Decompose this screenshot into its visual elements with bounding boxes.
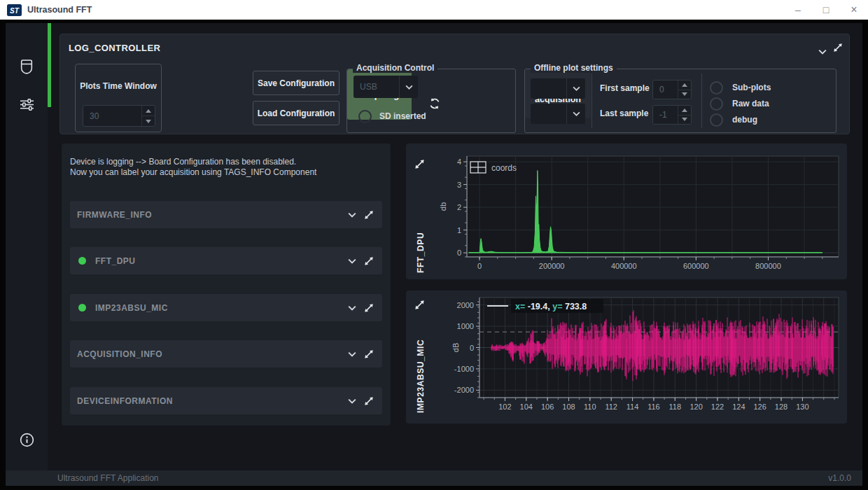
expand-icon[interactable] — [364, 210, 374, 220]
svg-text:126: 126 — [754, 402, 766, 411]
components-container: Device is logging --> Board Configuratio… — [62, 144, 391, 426]
component-row-firmware-info[interactable]: FIRMWARE_INFO — [70, 201, 382, 228]
chevron-down-icon — [566, 78, 585, 99]
svg-text:128: 128 — [775, 402, 788, 411]
save-configuration-button[interactable]: Save Configuration — [253, 71, 340, 95]
offline-plot-settings-group: Offline plot settings First sample 0 Las… — [524, 69, 836, 133]
expand-icon[interactable] — [833, 43, 843, 55]
svg-text:114: 114 — [626, 402, 639, 411]
svg-text:118: 118 — [668, 402, 681, 411]
interface-select[interactable]: USB — [354, 76, 418, 98]
plots-time-window-input[interactable]: 30 — [83, 105, 155, 127]
svg-text:102: 102 — [498, 402, 511, 411]
svg-text:0: 0 — [477, 262, 482, 270]
chevron-down-icon[interactable] — [348, 212, 356, 218]
svg-text:2000: 2000 — [457, 301, 474, 309]
offline-dropdown-1[interactable] — [531, 78, 585, 99]
svg-text:db: db — [439, 202, 447, 211]
sd-inserted-radio[interactable] — [358, 110, 372, 123]
app-version: v1.0.0 — [828, 473, 862, 483]
svg-text:ST: ST — [10, 6, 20, 14]
svg-text:104: 104 — [520, 402, 533, 411]
component-row-deviceinformation[interactable]: DEVICEINFORMATION — [70, 387, 382, 414]
spin-up-button[interactable] — [142, 106, 155, 116]
sd-inserted-label: SD inserted — [379, 111, 426, 121]
spin-up-button[interactable] — [678, 106, 691, 115]
chevron-down-icon — [399, 76, 418, 98]
last-sample-input[interactable]: -1 — [652, 105, 692, 125]
svg-text:116: 116 — [648, 402, 660, 411]
st-logo-icon: ST — [7, 4, 22, 16]
minimize-button[interactable]: – — [784, 0, 812, 20]
spin-down-button[interactable] — [678, 115, 691, 125]
svg-text:x= -19.4, y= 733.8: x= -19.4, y= 733.8 — [515, 302, 587, 312]
status-message-line2: Now you can label your acquisition using… — [70, 167, 316, 177]
chevron-down-icon — [566, 104, 585, 124]
last-sample-label: Last sample — [600, 108, 648, 118]
svg-text:3: 3 — [457, 181, 461, 189]
plots-time-window-group: Plots Time Window 30 — [75, 64, 162, 132]
refresh-icon[interactable] — [428, 97, 441, 113]
sub-plots-label: Sub-plots — [732, 83, 771, 92]
divider — [592, 74, 592, 128]
debug-radio[interactable] — [710, 113, 723, 127]
maximize-button[interactable]: □ — [812, 0, 840, 20]
last-sample-value: -1 — [653, 106, 678, 124]
sidebar-item-settings[interactable] — [6, 99, 48, 111]
expand-icon[interactable] — [364, 349, 374, 359]
chevron-down-icon[interactable] — [818, 45, 827, 57]
svg-text:dB: dB — [451, 343, 460, 352]
first-sample-value: 0 — [653, 80, 678, 99]
svg-text:112: 112 — [605, 402, 617, 411]
svg-text:110: 110 — [584, 402, 596, 411]
component-label: ACQUISITION_INFO — [77, 349, 162, 359]
svg-text:0: 0 — [470, 344, 474, 352]
spin-down-button[interactable] — [142, 116, 155, 126]
chevron-down-icon[interactable] — [348, 398, 356, 404]
info-icon — [20, 433, 34, 447]
spin-up-button[interactable] — [678, 80, 691, 90]
svg-text:0: 0 — [457, 248, 461, 257]
chevron-down-icon[interactable] — [348, 305, 356, 311]
first-sample-input[interactable]: 0 — [652, 80, 692, 99]
imp23absu-mic-plot[interactable]: 1021041061081101121141161181201221241261… — [410, 295, 843, 416]
close-button[interactable]: × — [840, 0, 868, 20]
expand-icon[interactable] — [364, 256, 374, 266]
load-configuration-button[interactable]: Load Configuration — [253, 101, 340, 125]
window-controls: – □ × — [784, 0, 868, 20]
acquisition-control-legend: Acquisition Control — [353, 63, 438, 73]
chevron-down-icon[interactable] — [348, 351, 356, 357]
sub-plots-radio[interactable] — [710, 81, 723, 94]
svg-text:4: 4 — [457, 158, 461, 166]
expand-icon[interactable] — [364, 396, 374, 406]
chevron-down-icon[interactable] — [348, 258, 356, 264]
debug-label: debug — [732, 115, 757, 125]
fft-dpu-plot[interactable]: 020000040000060000080000001234dbcoords — [410, 152, 843, 272]
raw-data-radio[interactable] — [710, 97, 723, 111]
svg-text:130: 130 — [796, 402, 808, 411]
component-row-imp23absu-mic[interactable]: IMP23ABSU_MIC — [70, 294, 382, 321]
component-row-fft-dpu[interactable]: FFT_DPU — [70, 247, 382, 274]
offline-dropdown-2-value — [531, 104, 566, 124]
svg-text:600000: 600000 — [683, 262, 709, 270]
sidebar-item-info[interactable] — [6, 433, 48, 447]
log-controller-panel: LOG_CONTROLLER Plots Time Window 30 Save… — [59, 34, 850, 134]
spin-down-button[interactable] — [678, 90, 691, 99]
svg-text:200000: 200000 — [539, 262, 565, 270]
component-label: DEVICEINFORMATION — [77, 396, 173, 406]
active-page-indicator — [48, 23, 51, 107]
svg-text:-1000: -1000 — [454, 365, 474, 373]
window-title: Ultrasound FFT — [27, 5, 92, 15]
offline-plot-settings-legend: Offline plot settings — [531, 63, 617, 73]
offline-dropdown-2[interactable] — [531, 104, 585, 124]
component-row-acquisition-info[interactable]: ACQUISITION_INFO — [70, 340, 382, 368]
sidebar-item-board[interactable] — [6, 59, 48, 76]
divider — [701, 74, 702, 128]
board-icon — [19, 59, 34, 76]
sidebar — [6, 23, 48, 470]
status-dot — [78, 304, 86, 312]
svg-text:106: 106 — [541, 402, 554, 411]
expand-icon[interactable] — [364, 303, 374, 313]
svg-text:coords: coords — [491, 163, 517, 173]
svg-text:124: 124 — [732, 402, 745, 411]
